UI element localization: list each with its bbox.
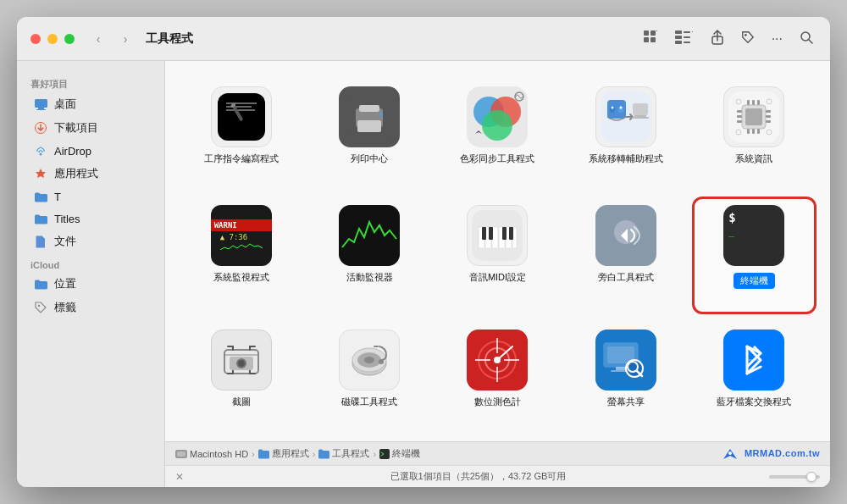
close-button[interactable] xyxy=(30,34,41,44)
print-center-label: 列印中心 xyxy=(351,152,388,164)
path-item-terminal: 終端機 xyxy=(379,447,420,460)
svg-rect-4 xyxy=(675,30,682,34)
more-icon[interactable]: ··· xyxy=(768,28,786,50)
voiceover-label: 旁白工具程式 xyxy=(598,271,654,283)
sidebar-item-downloads-label: 下載項目 xyxy=(54,120,98,136)
diskutil-label: 磁碟工具程式 xyxy=(341,396,397,407)
digimeter-label: 數位測色計 xyxy=(474,396,521,407)
forward-button[interactable]: › xyxy=(115,29,136,49)
colorsync-label: 色彩同步工具程式 xyxy=(460,152,534,164)
svg-rect-59 xyxy=(757,129,760,134)
svg-rect-49 xyxy=(737,115,742,118)
svg-line-13 xyxy=(809,40,812,43)
print-center-icon xyxy=(339,86,400,147)
svg-rect-16 xyxy=(36,109,46,110)
sidebar-item-t-label: T xyxy=(54,191,61,203)
svg-rect-108 xyxy=(379,449,390,459)
app-screenshot[interactable]: 截圖 xyxy=(179,321,303,433)
list-view-icon[interactable] xyxy=(672,27,697,51)
breadcrumb-path: Macintosh HD › 應用程式 › 工具程式 › xyxy=(175,447,715,460)
diskutil-icon xyxy=(339,330,400,390)
app-voiceover[interactable]: 旁白工具程式 xyxy=(563,197,688,314)
maximize-button[interactable] xyxy=(64,34,75,44)
svg-rect-53 xyxy=(766,120,771,123)
svg-rect-57 xyxy=(747,129,750,134)
file-icon xyxy=(34,235,47,248)
mrmad-logo: MRMAD.com.tw xyxy=(722,447,820,461)
zoom-slider[interactable] xyxy=(769,475,820,479)
app-print-center[interactable]: 列印中心 xyxy=(307,78,431,190)
app-colorsync[interactable]: 色彩同步工具程式 xyxy=(435,78,560,190)
sidebar-item-titles-label: Titles xyxy=(54,213,80,225)
sidebar-item-documents[interactable]: 文件 xyxy=(20,230,161,253)
app-script-editor[interactable]: 工序指令編寫程式 xyxy=(179,78,303,190)
digimeter-icon xyxy=(467,330,528,390)
svg-rect-55 xyxy=(752,100,755,105)
app-migration[interactable]: 系統移轉輔助程式 xyxy=(563,78,688,190)
svg-rect-72 xyxy=(482,227,486,240)
tag-icon[interactable] xyxy=(738,26,758,52)
app-digimeter[interactable]: 數位測色計 xyxy=(435,321,560,433)
sidebar-item-desktop[interactable]: 桌面 xyxy=(20,92,161,116)
sidebar-item-airdrop[interactable]: AirDrop xyxy=(20,140,161,162)
svg-point-40 xyxy=(611,107,613,109)
traffic-lights xyxy=(30,34,75,44)
svg-rect-48 xyxy=(737,110,742,113)
finder-window: ‹ › 工具程式 xyxy=(17,17,830,487)
activity-label: 活動監視器 xyxy=(346,271,393,283)
sidebar-item-applications[interactable]: 應用程式 xyxy=(20,162,161,186)
sidebar-item-documents-label: 文件 xyxy=(54,234,76,249)
share-icon[interactable] xyxy=(707,26,728,52)
sidebar-item-desktop-label: 桌面 xyxy=(54,97,76,112)
path-bar: Macintosh HD › 應用程式 › 工具程式 › xyxy=(165,441,830,465)
app-activity[interactable]: 活動監視器 xyxy=(307,197,431,314)
info-close-button[interactable]: ✕ xyxy=(175,471,184,483)
sysmon-label: 系統監視程式 xyxy=(213,271,269,283)
svg-point-11 xyxy=(745,34,747,36)
sidebar-item-downloads[interactable]: 下載項目 xyxy=(20,116,161,140)
minimize-button[interactable] xyxy=(47,34,58,44)
app-sysinfo[interactable]: 系統資訊 xyxy=(692,78,817,190)
sidebar-item-location[interactable]: 位置 xyxy=(20,272,161,296)
app-sysmon[interactable]: WARNI ▲ 7:36 系統監視程式 xyxy=(179,197,303,314)
bluetooth-label: 藍牙檔案交換程式 xyxy=(717,396,791,407)
app-diskutil[interactable]: 磁碟工具程式 xyxy=(307,321,431,433)
sidebar-item-tags[interactable]: 標籤 xyxy=(20,296,161,319)
screenshot-label: 截圖 xyxy=(232,396,251,407)
svg-rect-47 xyxy=(745,108,762,125)
app-screencast[interactable]: 螢幕共享 xyxy=(563,321,688,433)
downloads-icon xyxy=(34,121,47,135)
sidebar-item-tags-label: 標籤 xyxy=(54,300,76,315)
script-editor-icon xyxy=(211,86,272,147)
svg-rect-5 xyxy=(675,36,682,39)
sysinfo-label: 系統資訊 xyxy=(735,152,772,164)
search-icon[interactable] xyxy=(796,27,817,51)
folder-titles-icon xyxy=(34,212,47,225)
svg-rect-1 xyxy=(650,30,656,36)
app-bluetooth[interactable]: 藍牙檔案交換程式 xyxy=(692,321,817,433)
svg-rect-42 xyxy=(633,103,648,115)
migration-label: 系統移轉輔助程式 xyxy=(589,152,663,164)
sidebar-item-titles[interactable]: Titles xyxy=(20,208,161,230)
script-editor-label: 工序指令編寫程式 xyxy=(204,152,279,164)
tag-sidebar-icon xyxy=(34,301,47,314)
location-icon xyxy=(34,277,47,291)
path-hd-label: Macintosh HD xyxy=(190,449,248,459)
app-audiomidi[interactable]: 音訊MIDI設定 xyxy=(435,197,560,314)
sidebar-item-t[interactable]: T xyxy=(20,186,161,208)
folder-t-icon xyxy=(34,190,47,203)
svg-point-19 xyxy=(38,305,40,307)
info-text: 已選取1個項目（共25個），43.72 GB可用 xyxy=(197,470,759,483)
sidebar-item-apps-label: 應用程式 xyxy=(54,166,98,181)
sidebar: 喜好項目 桌面 下載項目 xyxy=(17,61,165,487)
svg-rect-14 xyxy=(35,99,47,108)
grid-view-icon[interactable] xyxy=(639,26,662,52)
back-button[interactable]: ‹ xyxy=(88,29,108,49)
app-terminal[interactable]: $ _ 終端機 xyxy=(692,197,817,314)
svg-rect-9 xyxy=(684,42,690,43)
path-terminal-label: 終端機 xyxy=(392,447,420,460)
migration-icon xyxy=(595,86,656,147)
info-bar: ✕ 已選取1個項目（共25個），43.72 GB可用 xyxy=(165,465,830,487)
svg-point-30 xyxy=(379,113,383,116)
sidebar-item-location-label: 位置 xyxy=(54,276,76,291)
